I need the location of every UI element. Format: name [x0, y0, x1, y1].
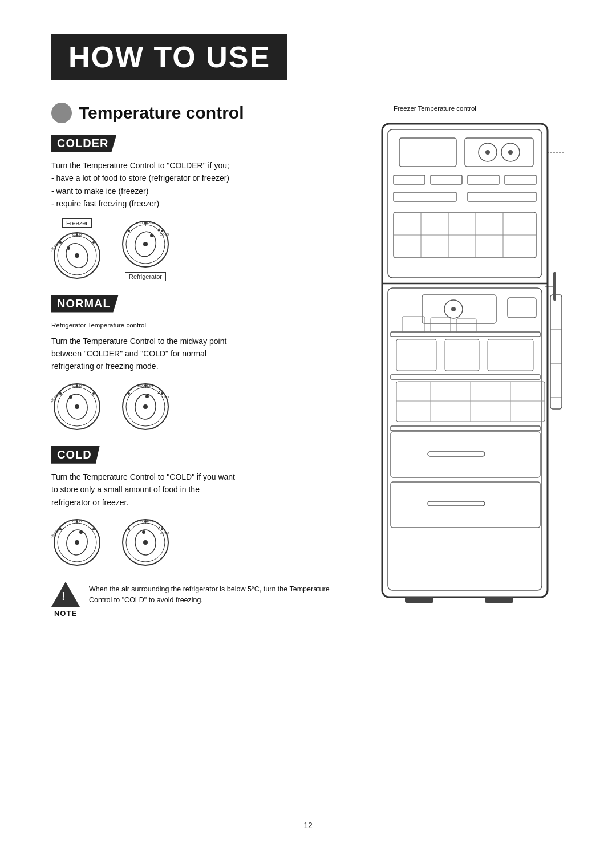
svg-rect-103: [391, 375, 540, 379]
cold-section: COLD Turn the Temperature Control to "CO…: [51, 446, 348, 568]
svg-rect-82: [431, 175, 462, 184]
svg-text:COLDEST: COLDEST: [51, 239, 62, 253]
svg-point-22: [161, 230, 163, 232]
note-icon-wrapper: NOTE: [51, 582, 80, 618]
svg-point-56: [79, 530, 83, 534]
svg-point-71: [128, 528, 130, 530]
svg-rect-114: [391, 482, 540, 528]
svg-point-7: [75, 253, 79, 258]
svg-point-69: [144, 520, 147, 522]
svg-rect-104: [396, 339, 436, 371]
cold-refrigerator-dial: COLDEST COLD: [120, 517, 171, 568]
svg-rect-75: [399, 138, 456, 167]
svg-point-47: [128, 392, 130, 395]
svg-text:COLD: COLD: [160, 233, 169, 236]
svg-rect-83: [468, 175, 499, 184]
colder-instructions: Turn the Temperature Control to "COLDER"…: [51, 159, 348, 210]
colder-freezer-dial-group: Freezer COLD COLDEST: [51, 218, 103, 281]
svg-point-34: [59, 392, 62, 395]
note-section: NOTE When the air surrounding the refrig…: [51, 582, 348, 618]
colder-badge: COLDER: [51, 135, 116, 152]
colder-section: COLDER Turn the Temperature Control to "…: [51, 135, 348, 281]
how-to-use-banner: HOW TO USE: [51, 34, 287, 80]
note-label: NOTE: [54, 609, 77, 618]
svg-rect-118: [553, 272, 556, 301]
svg-point-43: [143, 404, 148, 409]
svg-rect-102: [456, 319, 476, 333]
normal-freezer-dial-group: COLD COLDEST: [51, 381, 103, 432]
cold-freezer-dial-group: COLD COLDEST: [51, 517, 103, 568]
svg-rect-116: [428, 501, 485, 506]
normal-refrigerator-dial: COLDEST COLD: [120, 381, 171, 432]
page-title: HOW TO USE: [68, 40, 270, 74]
svg-rect-124: [485, 597, 513, 603]
right-column: Freezer Temperature control: [371, 103, 576, 609]
cold-dials-row: COLD COLDEST: [51, 517, 348, 568]
svg-rect-98: [508, 298, 536, 318]
svg-rect-105: [445, 339, 479, 371]
svg-rect-100: [402, 317, 425, 333]
freezer-temp-label: Freezer Temperature control: [394, 105, 476, 112]
page-number: 12: [303, 821, 313, 830]
svg-text:COLDEST: COLDEST: [51, 526, 62, 540]
svg-point-8: [67, 246, 70, 250]
svg-text:COLD: COLD: [160, 395, 169, 399]
svg-rect-76: [465, 138, 533, 167]
svg-point-9: [76, 233, 78, 236]
svg-point-19: [143, 242, 148, 246]
svg-rect-113: [391, 432, 540, 477]
svg-point-31: [75, 404, 79, 409]
svg-point-45: [144, 384, 147, 387]
svg-rect-123: [405, 597, 433, 603]
normal-instructions: Turn the Temperature Control to the midw…: [51, 335, 348, 373]
svg-text:COLD: COLD: [160, 531, 169, 534]
cold-badge: COLD: [51, 446, 100, 464]
svg-rect-106: [488, 339, 533, 371]
svg-point-10: [59, 241, 62, 244]
svg-rect-81: [394, 175, 425, 184]
svg-text:COLDEST: COLDEST: [51, 390, 62, 404]
svg-point-68: [142, 530, 145, 534]
svg-rect-107: [391, 426, 540, 431]
fridge-illustration: [371, 118, 565, 609]
thermometer-icon: [51, 103, 72, 123]
left-column: Temperature control COLDER Turn the Temp…: [51, 103, 348, 618]
normal-dials-row: COLD COLDEST: [51, 381, 348, 432]
ref-temp-control-label-wrapper: Refrigerator Temperature control: [51, 319, 348, 331]
section-title-wrapper: Temperature control: [51, 103, 348, 123]
svg-point-78: [485, 150, 490, 155]
svg-point-44: [145, 395, 149, 398]
svg-point-21: [144, 222, 147, 224]
cold-refrigerator-dial-group: COLDEST COLD: [120, 517, 171, 568]
svg-point-32: [69, 395, 72, 399]
svg-point-11: [92, 241, 95, 244]
svg-rect-115: [428, 452, 485, 456]
ref-temp-control-label: Refrigerator Temperature control: [51, 322, 146, 329]
svg-rect-94: [388, 288, 542, 590]
svg-point-80: [508, 150, 513, 155]
cold-instructions: Turn the Temperature Control to "COLD" i…: [51, 471, 348, 509]
normal-refrigerator-dial-group: COLDEST COLD: [120, 381, 171, 432]
colder-refrigerator-dial: COLDEST COLD: [120, 218, 171, 270]
svg-point-97: [451, 307, 456, 311]
freezer-temp-label-wrapper: Freezer Temperature control: [371, 103, 576, 115]
colder-freezer-dial: COLD COLDEST: [51, 230, 103, 281]
page-container: HOW TO USE Temperature control COLDER Tu…: [0, 0, 616, 847]
svg-rect-101: [431, 318, 451, 333]
svg-point-67: [143, 540, 148, 545]
svg-point-55: [75, 540, 79, 545]
normal-freezer-dial: COLD COLDEST: [51, 381, 103, 432]
svg-point-46: [161, 392, 163, 395]
section-title: Temperature control: [79, 103, 244, 123]
refrigerator-label: Refrigerator: [125, 272, 166, 281]
svg-point-57: [76, 520, 78, 522]
svg-point-23: [128, 230, 130, 232]
svg-rect-72: [382, 124, 548, 597]
cold-freezer-dial: COLD COLDEST: [51, 517, 103, 568]
freezer-label: Freezer: [62, 218, 92, 228]
normal-badge: NORMAL: [51, 295, 119, 313]
svg-point-33: [76, 384, 78, 387]
note-text: When the air surrounding the refrigerato…: [89, 582, 348, 606]
svg-point-58: [59, 528, 62, 530]
svg-rect-119: [550, 295, 562, 409]
